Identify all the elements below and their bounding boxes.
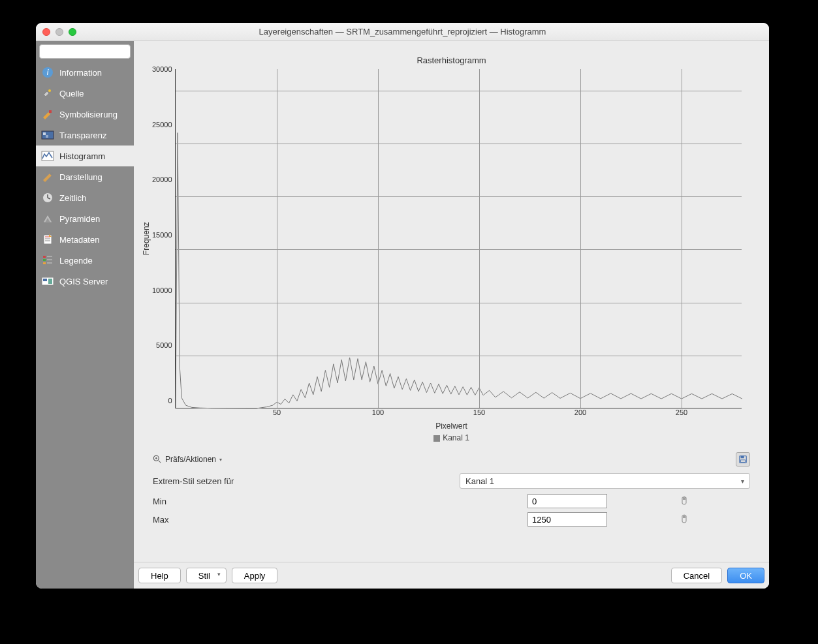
hand-icon (679, 514, 689, 524)
save-histogram-button[interactable] (736, 452, 750, 467)
svg-rect-31 (741, 456, 744, 459)
sidebar-item-label: Transparenz (59, 130, 107, 140)
legend-swatch (433, 435, 440, 442)
apply-button[interactable]: Apply (232, 568, 278, 583)
max-input[interactable] (527, 512, 607, 527)
sidebar-item-info[interactable]: iInformation (36, 62, 134, 83)
svg-rect-17 (43, 256, 46, 258)
svg-line-27 (159, 461, 161, 463)
main-panel: Rasterhistogramm Frequenz 30000250002000… (134, 41, 769, 589)
sidebar-item-transparency[interactable]: Transparenz (36, 125, 134, 146)
prefs-actions-menu[interactable]: Präfs/Aktionen ▾ (153, 455, 222, 464)
svg-rect-18 (43, 259, 46, 261)
svg-rect-5 (49, 110, 52, 113)
controls-panel: Präfs/Aktionen ▾ Extrem-Stil setzen für … (137, 446, 766, 537)
sidebar-item-source[interactable]: Quelle (36, 83, 134, 104)
hand-icon (679, 495, 689, 506)
svg-rect-32 (741, 460, 746, 463)
maximize-window-button[interactable] (69, 28, 76, 36)
sidebar-search[interactable] (39, 44, 131, 59)
sidebar-item-label: Metadaten (59, 235, 99, 245)
temporal-icon (41, 192, 54, 204)
dropdown-arrow-icon: ▾ (741, 478, 744, 485)
chart-ylabel: Frequenz (140, 69, 152, 408)
svg-rect-7 (43, 132, 46, 135)
dialog-footer: Help Stil Apply Cancel OK (134, 562, 769, 589)
prefs-label: Präfs/Aktionen (165, 455, 216, 464)
minimize-window-button[interactable] (55, 28, 63, 36)
sidebar-item-server[interactable]: QGIS Server (36, 271, 134, 292)
chart-plot-area[interactable] (175, 69, 742, 408)
svg-rect-8 (46, 135, 48, 138)
sidebar-item-label: Darstellung (59, 172, 102, 182)
help-button[interactable]: Help (138, 568, 181, 583)
sidebar-item-temporal[interactable]: Zeitlich (36, 187, 134, 208)
layer-properties-window: Layereigenschaften — SRTM_zusammengeführ… (36, 23, 769, 589)
chart-title: Rasterhistogramm (140, 55, 763, 65)
style-button[interactable]: Stil (186, 568, 227, 583)
legend-icon (41, 254, 54, 266)
zoom-icon (153, 455, 162, 464)
transparency-icon (41, 129, 54, 141)
svg-rect-25 (48, 279, 52, 284)
sidebar-item-histogram[interactable]: Histogramm (36, 146, 134, 166)
sidebar-item-label: Legende (59, 256, 93, 266)
sidebar-item-metadata[interactable]: Metadaten (36, 229, 134, 250)
info-icon: i (41, 67, 54, 78)
source-icon (41, 87, 54, 99)
extrem-style-label: Extrem-Stil setzen für (153, 476, 460, 486)
svg-text:i: i (47, 68, 49, 77)
sidebar-item-label: Zeitlich (59, 193, 86, 203)
rendering-icon (41, 171, 54, 183)
min-label: Min (153, 497, 527, 506)
sidebar-item-rendering[interactable]: Darstellung (36, 166, 134, 187)
min-input[interactable] (527, 494, 607, 508)
sidebar-item-label: Information (59, 68, 102, 78)
sidebar-item-label: QGIS Server (59, 277, 108, 286)
sidebar-item-label: Histogramm (59, 151, 105, 161)
sidebar: iInformationQuelleSymbolisierungTranspar… (36, 41, 134, 589)
histogram-icon (41, 150, 54, 162)
titlebar: Layereigenschaften — SRTM_zusammengeführ… (36, 23, 769, 41)
dropdown-arrow-icon: ▾ (219, 457, 222, 463)
sidebar-item-label: Symbolisierung (59, 110, 118, 119)
chart-legend: Kanal 1 (140, 433, 763, 442)
chart-yticks: 300002500020000150001000050000 (152, 69, 175, 408)
sidebar-search-input[interactable] (46, 47, 144, 56)
window-controls (42, 28, 76, 36)
channel-combo[interactable]: Kanal 1 ▾ (460, 473, 750, 489)
max-picker-button[interactable] (679, 514, 689, 526)
ok-button[interactable]: OK (727, 568, 764, 583)
channel-combo-value: Kanal 1 (465, 476, 494, 486)
sidebar-item-pyramids[interactable]: Pyramiden (36, 208, 134, 229)
sidebar-item-label: Pyramiden (59, 214, 100, 224)
min-picker-button[interactable] (679, 495, 689, 508)
svg-rect-24 (43, 279, 47, 281)
svg-rect-19 (43, 262, 46, 264)
close-window-button[interactable] (42, 28, 50, 36)
window-title: Layereigenschaften — SRTM_zusammengeführ… (36, 27, 769, 37)
legend-label: Kanal 1 (443, 433, 469, 442)
sidebar-item-label: Quelle (59, 89, 84, 99)
svg-point-4 (48, 89, 51, 92)
server-icon (41, 275, 54, 287)
chart-xticks: 50100150200250 (176, 408, 763, 419)
save-icon (738, 455, 747, 464)
metadata-icon (41, 234, 54, 245)
symbology-icon (41, 108, 54, 120)
histogram-chart: Rasterhistogramm Frequenz 30000250002000… (137, 48, 766, 446)
pyramids-icon (41, 213, 54, 224)
sidebar-item-symbology[interactable]: Symbolisierung (36, 104, 134, 125)
chart-xlabel: Pixelwert (140, 422, 763, 431)
max-label: Max (153, 515, 527, 525)
sidebar-item-legend[interactable]: Legende (36, 250, 134, 271)
cancel-button[interactable]: Cancel (671, 568, 722, 583)
